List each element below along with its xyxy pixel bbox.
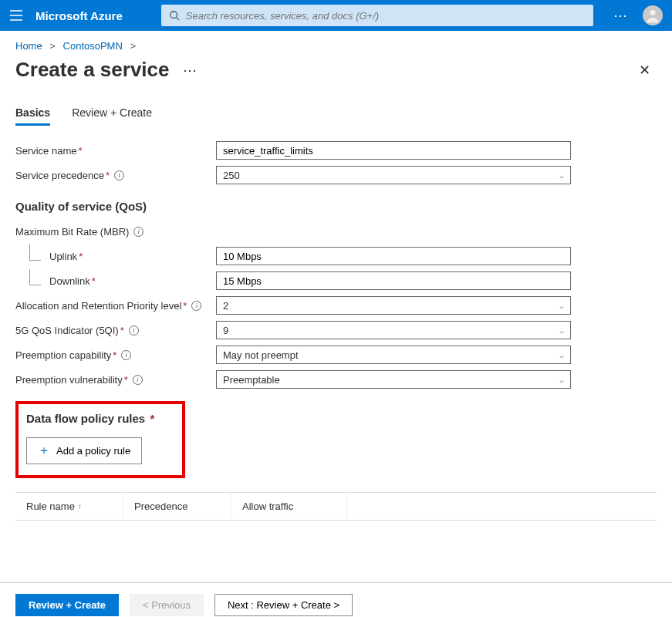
label-arp: Allocation and Retention Priority level*… [15,300,216,312]
label-service-name: Service name* [15,145,216,157]
more-icon[interactable]: ⋯ [613,7,629,24]
service-precedence-select[interactable]: 250⌵ [216,166,571,184]
sort-up-icon: ↑ [78,502,82,511]
azure-topbar: Microsoft Azure ⋯ [0,0,672,31]
next-button[interactable]: Next : Review + Create > [214,594,353,616]
label-preempt-cap: Preemption capability*i [15,349,216,361]
chevron-down-icon: ⌵ [559,351,564,359]
preempt-cap-select[interactable]: May not preempt⌵ [216,346,571,364]
policy-rules-highlight: Data flow policy rules * ＋ Add a policy … [15,401,185,478]
rules-table-header: Rule name↑ Precedence Allow traffic [15,492,657,521]
chevron-down-icon: ⌵ [559,326,564,335]
svg-point-0 [171,12,177,19]
chevron-right-icon: > [130,40,136,52]
page-title: Create a service [15,58,169,82]
chevron-down-icon: ⌵ [559,376,564,384]
page-title-bar: Create a service ⋯ ✕ [0,56,672,94]
form-body: Service name* Service precedence*i 250⌵ … [0,126,672,551]
info-icon[interactable]: i [133,227,144,237]
search-input[interactable] [186,10,586,22]
col-rule-name[interactable]: Rule name↑ [15,493,123,520]
breadcrumb-item[interactable]: ContosoPMN [63,40,123,52]
info-icon[interactable]: i [133,375,143,385]
review-create-button[interactable]: Review + Create [15,594,119,616]
preempt-vuln-select[interactable]: Preemptable⌵ [216,370,571,389]
info-icon[interactable]: i [129,325,139,335]
label-service-precedence: Service precedence*i [15,170,216,181]
arp-select[interactable]: 2⌵ [216,296,571,315]
qos5g-select[interactable]: 9⌵ [216,321,571,339]
chevron-down-icon: ⌵ [559,302,564,310]
previous-button: < Previous [130,594,204,616]
add-policy-rule-button[interactable]: ＋ Add a policy rule [26,437,142,464]
person-icon [644,7,661,24]
plus-icon: ＋ [38,443,50,459]
label-downlink: Downlink* [15,275,216,287]
label-preempt-vuln: Preemption vulnerability*i [15,374,216,386]
tab-review[interactable]: Review + Create [72,102,152,126]
downlink-input[interactable] [216,271,571,290]
chevron-down-icon: ⌵ [559,171,564,180]
search-icon [169,10,180,21]
label-mbr: Maximum Bit Rate (MBR)i [15,226,216,238]
chevron-right-icon: > [49,40,56,52]
label-uplink: Uplink* [15,251,216,262]
label-5qi: 5G QoS Indicator (5QI)*i [15,325,216,336]
brand-label[interactable]: Microsoft Azure [35,9,123,22]
user-avatar[interactable] [643,5,663,25]
info-icon[interactable]: i [121,350,131,360]
rules-heading: Data flow policy rules * [26,412,174,425]
breadcrumb: Home > ContosoPMN > [0,31,672,56]
col-precedence[interactable]: Precedence [123,493,231,520]
breadcrumb-home[interactable]: Home [15,40,42,52]
qos-heading: Quality of service (QoS) [15,200,657,213]
uplink-input[interactable] [216,247,571,265]
hamburger-icon[interactable] [9,8,23,22]
svg-point-1 [650,10,655,15]
info-icon[interactable]: i [191,301,201,311]
close-icon[interactable]: ✕ [633,59,657,82]
tab-basics[interactable]: Basics [15,102,50,126]
tab-bar: Basics Review + Create [0,94,672,126]
col-allow-traffic[interactable]: Allow traffic [231,493,347,520]
global-search[interactable] [161,5,593,26]
footer-actions: Review + Create < Previous Next : Review… [0,583,672,617]
title-more-icon[interactable]: ⋯ [183,62,198,79]
service-name-input[interactable] [216,141,571,160]
info-icon[interactable]: i [114,170,124,180]
